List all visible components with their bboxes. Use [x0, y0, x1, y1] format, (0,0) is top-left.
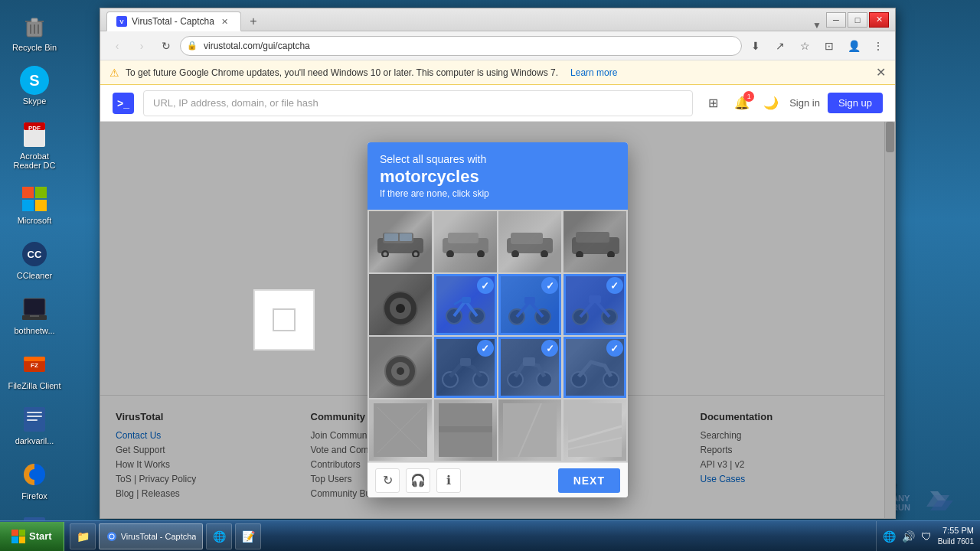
svg-point-71 — [397, 367, 404, 375]
svg-rect-14 — [24, 298, 45, 315]
tray-volume-icon[interactable]: 🔊 — [902, 530, 915, 543]
tab-overflow-btn[interactable]: ▼ — [808, 20, 826, 31]
desktop-icon-darkvaril[interactable]: darkvaril... — [4, 401, 65, 448]
grid-view-button[interactable]: ⊞ — [702, 93, 724, 114]
svg-rect-45 — [448, 233, 479, 243]
captcha-refresh-button[interactable]: ↻ — [375, 468, 400, 493]
svg-point-79 — [603, 372, 619, 387]
share-button[interactable]: ↗ — [769, 35, 791, 57]
sign-up-button[interactable]: Sign up — [828, 93, 883, 113]
svg-point-63 — [509, 309, 524, 324]
download-button[interactable]: ⬇ — [745, 35, 766, 57]
bookmark-button[interactable]: ☆ — [794, 35, 815, 57]
svg-point-58 — [396, 304, 405, 313]
captcha-cell-0-3[interactable] — [564, 211, 626, 272]
refresh-button[interactable]: ↻ — [155, 35, 177, 57]
captcha-cell-1-3[interactable]: ✓ — [564, 274, 626, 335]
captcha-skip-text: If there are none, click skip — [380, 188, 616, 199]
recaptcha-checkbox-area[interactable] — [253, 289, 315, 350]
back-button[interactable]: ‹ — [106, 35, 128, 57]
dark-mode-button[interactable]: 🌙 — [760, 93, 782, 114]
menu-button[interactable]: ⋮ — [867, 35, 889, 57]
svg-point-91 — [109, 534, 113, 538]
bothnetw-icon — [19, 294, 50, 324]
svg-point-72 — [443, 372, 458, 387]
skype-icon: S — [20, 66, 49, 95]
tray-clock[interactable]: 7:55 PM Build 7601 — [938, 525, 974, 547]
browser-window: V VirusTotal - Captcha ✕ + ▼ ─ □ ✕ ‹ › — [100, 8, 896, 519]
svg-text:FZ: FZ — [31, 362, 38, 369]
notification-icon: ⚠ — [109, 67, 119, 79]
captcha-cell-3-2[interactable] — [498, 399, 561, 461]
svg-point-67 — [602, 309, 617, 324]
captcha-audio-button[interactable]: 🎧 — [406, 468, 430, 493]
desktop-icon-acrobat[interactable]: PDF Acrobat Reader DC — [4, 116, 65, 173]
captcha-cell-0-2[interactable] — [498, 211, 561, 272]
split-screen-button[interactable]: ⊡ — [818, 35, 840, 57]
captcha-cell-0-1[interactable] — [434, 211, 497, 272]
taskbar-item-word[interactable]: 📝 — [235, 523, 261, 549]
taskbar-item-ie[interactable]: 🌐 — [206, 523, 232, 549]
close-button[interactable]: ✕ — [869, 12, 889, 28]
forward-button[interactable]: › — [131, 35, 152, 57]
tab-close-button[interactable]: ✕ — [219, 15, 231, 28]
anyrun-logo-svg: ANY RUN — [888, 487, 965, 514]
sign-in-link[interactable]: Sign in — [789, 97, 820, 109]
captcha-cell-2-3[interactable]: ✓ — [564, 337, 626, 398]
captcha-select-text: Select all squares with — [380, 153, 616, 165]
captcha-cell-2-1[interactable]: ✓ — [434, 337, 497, 398]
tray-time-text: 7:55 PM — [938, 525, 974, 536]
tray-network-icon[interactable]: 🌐 — [883, 530, 896, 543]
darkvaril-label: darkvaril... — [15, 436, 54, 445]
ccleaner-icon: CC — [19, 239, 50, 269]
captcha-cell-1-0[interactable] — [369, 274, 432, 335]
address-bar[interactable]: 🔒 virustotal.com/gui/captcha — [180, 36, 742, 56]
captcha-cell-1-1[interactable]: ✓ — [434, 274, 497, 335]
new-tab-button[interactable]: + — [244, 12, 263, 31]
captcha-info-button[interactable]: ℹ — [436, 468, 461, 493]
tray-date-text: Build 7601 — [938, 536, 974, 547]
taskbar-items: 📁 VirusTotal - Captcha 🌐 📝 — [64, 521, 876, 551]
profile-button[interactable]: 👤 — [843, 35, 864, 57]
title-bar: V VirusTotal - Captcha ✕ + ▼ ─ □ ✕ — [100, 8, 895, 31]
darkvaril-icon — [19, 404, 50, 435]
cell-image-0-0 — [369, 211, 432, 272]
desktop-icon-firefox[interactable]: Firefox — [4, 456, 65, 504]
captcha-cell-0-0[interactable] — [369, 211, 432, 272]
captcha-cell-3-3[interactable] — [564, 399, 626, 461]
recaptcha-checkbox[interactable] — [273, 308, 296, 331]
svg-rect-43 — [400, 233, 412, 241]
captcha-next-button[interactable]: NEXT — [558, 468, 620, 493]
captcha-cell-2-2[interactable]: ✓ — [498, 337, 561, 398]
cell-image-0-3 — [564, 211, 626, 272]
active-tab[interactable]: V VirusTotal - Captcha ✕ — [106, 11, 241, 31]
vt-search-bar[interactable]: URL, IP address, domain, or file hash — [143, 90, 693, 116]
browser-content: >_ URL, IP address, domain, or file hash… — [100, 85, 895, 518]
desktop-icon-skype[interactable]: S Skype — [4, 63, 65, 109]
captcha-cell-1-2[interactable]: ✓ — [498, 274, 561, 335]
notifications-button[interactable]: 🔔 1 — [731, 93, 753, 114]
desktop-icon-recycle-bin[interactable]: Recycle Bin — [4, 8, 65, 55]
desktop-icon-microsoft[interactable]: Microsoft — [4, 181, 65, 228]
taskbar-item-explorer[interactable]: 📁 — [70, 523, 96, 549]
captcha-cell-3-0[interactable] — [369, 399, 432, 461]
desktop-icon-filezilla[interactable]: FZ FileZilla Client — [4, 346, 65, 393]
learn-more-link[interactable]: Learn more — [570, 67, 617, 78]
taskbar-item-chrome[interactable]: VirusTotal - Captcha — [99, 523, 204, 549]
captcha-cell-2-0[interactable] — [369, 337, 432, 398]
firefox-icon — [19, 459, 50, 490]
desktop-icon-ccleaner[interactable]: CC CCleaner — [4, 236, 65, 283]
windows-logo — [11, 530, 25, 543]
captcha-footer: ↻ 🎧 ℹ NEXT — [368, 462, 628, 497]
start-button[interactable]: Start — [0, 522, 64, 551]
filezilla-icon: FZ — [19, 349, 50, 380]
minimize-button[interactable]: ─ — [826, 12, 846, 28]
maximize-button[interactable]: □ — [848, 12, 867, 28]
notification-close[interactable]: ✕ — [876, 65, 886, 80]
desktop-icon-bothnetw[interactable]: bothnetw... — [4, 291, 65, 338]
captcha-cell-3-1[interactable] — [434, 399, 497, 461]
tray-security-icon[interactable]: 🛡 — [921, 530, 932, 543]
svg-rect-23 — [27, 419, 38, 421]
url-text: virustotal.com/gui/captcha — [204, 41, 310, 51]
virustotal-main: >_ URL, IP address, domain, or file hash… — [100, 85, 895, 518]
